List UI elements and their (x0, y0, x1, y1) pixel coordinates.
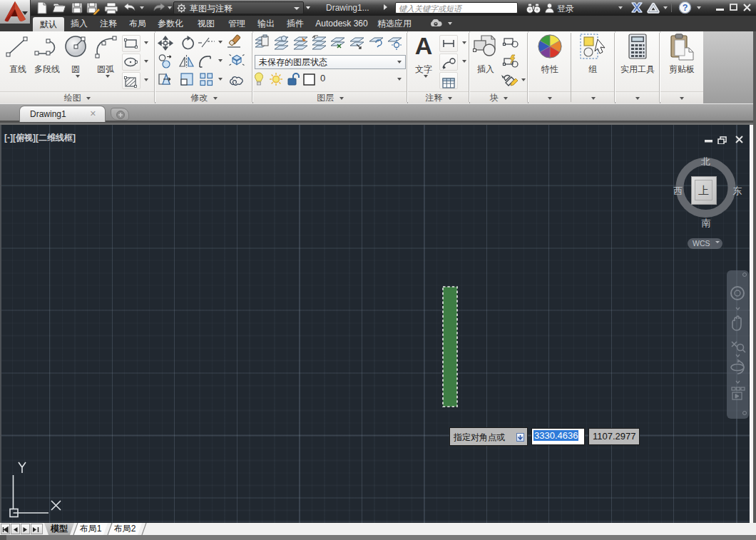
svg-text:东: 东 (732, 185, 742, 196)
svg-text:西: 西 (673, 185, 683, 196)
svg-text:南: 南 (702, 218, 711, 228)
svg-text:北: 北 (701, 156, 710, 167)
svg-text:?: ? (683, 3, 688, 13)
